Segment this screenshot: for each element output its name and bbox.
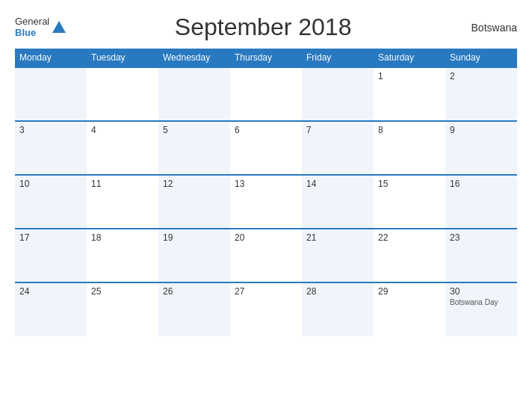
- calendar-cell: 14: [302, 175, 374, 229]
- calendar-cell: 26: [158, 282, 230, 336]
- day-number: 15: [378, 179, 441, 189]
- header: General Blue September 2018 Botswana: [15, 13, 517, 41]
- calendar-table: Monday Tuesday Wednesday Thursday Friday…: [15, 49, 517, 336]
- calendar-cell: 2: [445, 67, 517, 121]
- page-title: September 2018: [69, 13, 457, 41]
- calendar-cell: 6: [230, 121, 302, 175]
- day-number: 17: [19, 232, 82, 243]
- calendar-cell: 15: [374, 175, 445, 229]
- day-number: 22: [378, 232, 441, 243]
- page: General Blue September 2018 Botswana Mon…: [0, 0, 532, 411]
- day-number: 24: [19, 286, 82, 297]
- calendar-row: 17181920212223: [15, 229, 517, 282]
- calendar-cell: 12: [158, 175, 230, 229]
- col-header-tuesday: Tuesday: [87, 49, 158, 67]
- calendar-cell: 30Botswana Day: [445, 282, 517, 336]
- calendar-cell: [15, 67, 87, 121]
- calendar-cell: 13: [230, 175, 302, 229]
- calendar-cell: 5: [158, 121, 230, 175]
- day-number: 11: [91, 179, 154, 189]
- calendar-row: 10111213141516: [15, 175, 517, 229]
- logo-blue-text: Blue: [15, 28, 49, 38]
- col-header-sunday: Sunday: [445, 49, 517, 67]
- day-number: 1: [378, 71, 441, 81]
- calendar-cell: 22: [374, 229, 445, 282]
- logo-general-text: General: [15, 16, 49, 27]
- day-number: 4: [91, 125, 154, 135]
- day-event: Botswana Day: [450, 298, 513, 306]
- calendar-cell: 3: [15, 121, 87, 175]
- day-number: 8: [378, 125, 441, 135]
- day-number: 10: [19, 179, 82, 189]
- day-number: 12: [163, 179, 226, 189]
- day-number: 23: [450, 232, 513, 243]
- calendar-cell: 19: [158, 229, 230, 282]
- day-number: 21: [306, 232, 369, 243]
- calendar-cell: 21: [302, 229, 374, 282]
- calendar-cell: 7: [302, 121, 374, 175]
- day-number: 6: [235, 125, 297, 135]
- day-number: 27: [235, 286, 297, 297]
- calendar-cell: 24: [15, 282, 87, 336]
- calendar-row: 3456789: [15, 121, 517, 175]
- calendar-cell: 1: [374, 67, 445, 121]
- calendar-row: 24252627282930Botswana Day: [15, 282, 517, 336]
- col-header-friday: Friday: [302, 49, 374, 67]
- calendar-cell: [302, 67, 374, 121]
- calendar-cell: 16: [445, 175, 517, 229]
- day-number: 26: [163, 286, 226, 297]
- day-number: 29: [378, 286, 441, 297]
- col-header-wednesday: Wednesday: [158, 49, 230, 67]
- logo: General Blue: [15, 16, 69, 38]
- col-header-monday: Monday: [15, 49, 87, 67]
- day-number: 30: [450, 286, 513, 297]
- day-number: 9: [450, 125, 513, 135]
- calendar-cell: 29: [374, 282, 445, 336]
- day-number: 5: [163, 125, 226, 135]
- calendar-cell: 8: [374, 121, 445, 175]
- calendar-cell: [230, 67, 302, 121]
- calendar-cell: 27: [230, 282, 302, 336]
- weekday-header-row: Monday Tuesday Wednesday Thursday Friday…: [15, 49, 517, 67]
- calendar-cell: 11: [87, 175, 158, 229]
- day-number: 14: [306, 179, 369, 189]
- svg-marker-0: [52, 21, 66, 33]
- day-number: 13: [235, 179, 297, 189]
- calendar-cell: 23: [445, 229, 517, 282]
- day-number: 3: [19, 125, 82, 135]
- day-number: 18: [91, 232, 154, 243]
- day-number: 28: [306, 286, 369, 297]
- day-number: 25: [91, 286, 154, 297]
- col-header-saturday: Saturday: [374, 49, 445, 67]
- calendar-cell: 18: [87, 229, 158, 282]
- calendar-cell: 17: [15, 229, 87, 282]
- calendar-cell: 25: [87, 282, 158, 336]
- country-label: Botswana: [457, 22, 517, 34]
- calendar-cell: 20: [230, 229, 302, 282]
- day-number: 2: [450, 71, 513, 81]
- calendar-cell: [87, 67, 158, 121]
- calendar-cell: [158, 67, 230, 121]
- calendar-cell: 4: [87, 121, 158, 175]
- calendar-row: 12: [15, 67, 517, 121]
- calendar-cell: 28: [302, 282, 374, 336]
- day-number: 7: [306, 125, 369, 135]
- day-number: 20: [235, 232, 297, 243]
- day-number: 16: [450, 179, 513, 189]
- day-number: 19: [163, 232, 226, 243]
- calendar-cell: 10: [15, 175, 87, 229]
- calendar-cell: 9: [445, 121, 517, 175]
- logo-icon: [51, 19, 67, 36]
- col-header-thursday: Thursday: [230, 49, 302, 67]
